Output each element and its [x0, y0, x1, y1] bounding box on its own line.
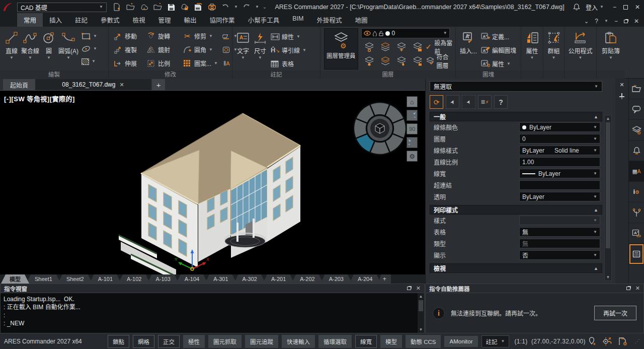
float-panel-icon[interactable]: [407, 286, 411, 291]
quick-calculator-palette-icon[interactable]: [629, 244, 644, 264]
scale-button[interactable]: 比例: [147, 57, 183, 70]
status-toggle[interactable]: 線寬: [355, 335, 377, 348]
command-scrollbar[interactable]: ▲▼: [418, 293, 424, 333]
notifications-palette-icon[interactable]: [629, 141, 644, 161]
transparency-dropdown[interactable]: ByLayer▼: [519, 192, 600, 201]
help-button[interactable]: ?: [595, 18, 598, 25]
close-panel-icon[interactable]: ✕: [635, 285, 640, 292]
mirror-button[interactable]: 鏡射: [147, 43, 183, 56]
new-document-tab-button[interactable]: +: [152, 79, 165, 90]
properties-scrollbar[interactable]: ▲ ▼: [604, 115, 612, 281]
printtable-dropdown[interactable]: 無▼: [519, 227, 600, 237]
rotate-cw-button[interactable]: [407, 137, 418, 148]
sheet-tab[interactable]: A-202: [291, 274, 323, 284]
define-block-button[interactable]: A°定義...: [481, 30, 516, 43]
layer-isolate-icon[interactable]: [364, 42, 374, 52]
notifications-bell-icon[interactable]: [573, 3, 581, 11]
layer-manager-button[interactable]: ⚙ 圖層管理員: [324, 28, 358, 69]
line-tool-button[interactable]: 直線▼: [5, 29, 18, 67]
group-button[interactable]: 群組▼: [547, 29, 560, 60]
ribbon-tab[interactable]: 插入: [43, 13, 68, 27]
panel-footer-annotate[interactable]: 註記: [232, 71, 320, 79]
wheel-settings-button[interactable]: ⚙: [407, 151, 418, 162]
sheet-tab[interactable]: A-301: [205, 274, 236, 284]
sheet-tab[interactable]: A-201: [263, 274, 294, 284]
annotation-scale-dropdown[interactable]: 註記▼: [481, 335, 510, 347]
doc-restore-button[interactable]: [624, 18, 628, 25]
layer-unisolate-icon[interactable]: [380, 42, 390, 52]
ribbon-tab[interactable]: BIM: [286, 13, 310, 27]
save-lock-button[interactable]: [180, 2, 190, 12]
status-toggle[interactable]: 模型: [380, 335, 402, 348]
help-menu-chevron-icon[interactable]: ▼: [604, 19, 608, 23]
ribbon-tab[interactable]: 註記: [68, 13, 94, 27]
section-general[interactable]: 一般▲: [430, 112, 602, 121]
doc-tab-drawing[interactable]: 08_3162_T067.dwg✕: [35, 79, 151, 90]
status-toggle[interactable]: 快速輸入: [282, 335, 315, 348]
redo-menu-chevron-icon[interactable]: ▼: [255, 5, 259, 9]
ribbon-tab[interactable]: 管理: [152, 13, 178, 27]
close-ic on[interactable]: ✕: [119, 82, 124, 88]
recommender-titlebar[interactable]: 指令自動推薦器 ✕: [425, 284, 644, 293]
status-toggle[interactable]: 圖元抓取: [208, 335, 242, 348]
drawing-settings-icon[interactable]: ⚙: [618, 337, 627, 346]
new-file-button[interactable]: [112, 2, 122, 12]
sheet-tab[interactable]: Sheet2: [58, 274, 93, 284]
sheet-tab[interactable]: A-103: [147, 274, 179, 284]
utilities-button[interactable]: 公用程式▼: [568, 29, 592, 60]
sheet-tab[interactable]: A-104: [176, 274, 208, 284]
panel-footer-modify[interactable]: 修改: [109, 71, 232, 79]
clipboard-button[interactable]: 剪貼簿▼: [602, 29, 620, 60]
collapse-ribbon-icon[interactable]: ⌄: [584, 18, 589, 25]
workspace-selector[interactable]: CAD 基礎 ▼: [17, 3, 107, 12]
layers-palette-icon[interactable]: ⚙: [629, 120, 644, 141]
linestyle-dropdown[interactable]: ByLayerSolid line▼: [519, 146, 600, 155]
match-layer-button[interactable]: 符合圖層: [426, 54, 454, 68]
panel-footer-group[interactable]: [543, 71, 564, 79]
rectangle-tool-button[interactable]: ▼: [82, 31, 97, 42]
select-region-button[interactable]: ➤: [462, 95, 475, 109]
add-sheet-button[interactable]: +: [378, 274, 391, 284]
open-folder-button[interactable]: [152, 2, 163, 12]
ribbon-tab[interactable]: 檢視: [126, 13, 152, 27]
ribbon-tab[interactable]: 協同作業: [203, 13, 242, 27]
selection-filter-dropdown[interactable]: 無選取▼: [430, 81, 602, 92]
sheet-tab[interactable]: A-302: [234, 274, 266, 284]
set-current-layer-button[interactable]: ✓設為當前: [426, 40, 454, 54]
viewport-label[interactable]: [-][SW 等角視][實際的]: [4, 94, 75, 103]
arc-tool-button[interactable]: 圓弧(A)▼: [58, 29, 78, 67]
printstyle-dropdown[interactable]: ▼: [519, 216, 600, 225]
layer-lock-tool-icon[interactable]: [413, 42, 423, 52]
resize-grip[interactable]: ⋰: [635, 338, 640, 344]
quick-select-button[interactable]: ≣⚡: [478, 95, 492, 109]
signin-button[interactable]: 登入▼: [586, 3, 604, 12]
open-drawing-palette-icon[interactable]: [629, 79, 644, 99]
hatch-tool-button[interactable]: ▼: [82, 56, 97, 67]
property-help-button[interactable]: ?: [494, 95, 508, 109]
move-button[interactable]: 移動: [114, 30, 147, 43]
status-toggle[interactable]: 正交: [158, 335, 180, 348]
layer-select-combo[interactable]: 0 ▼: [361, 28, 450, 38]
printshow-dropdown[interactable]: 否▼: [519, 250, 600, 260]
polyline-tool-button[interactable]: 聚合線▼: [21, 29, 39, 67]
panel-footer-utilities[interactable]: [565, 71, 596, 79]
linecolor-dropdown[interactable]: ByLayer▼: [519, 122, 600, 132]
status-toggle[interactable]: AMonitor: [444, 336, 477, 347]
stretch-button[interactable]: 伸展: [114, 57, 147, 70]
status-toggle[interactable]: 循環選取: [318, 335, 352, 348]
text-tool-button[interactable]: A 文字▼: [236, 29, 250, 71]
maximize-button[interactable]: [623, 5, 628, 10]
properties-rail-icon[interactable]: ▦A: [629, 161, 644, 182]
close-palette-icon[interactable]: ✕: [619, 82, 624, 88]
copy-button[interactable]: 複製: [114, 43, 147, 56]
selection-cycle-button[interactable]: ⟳: [430, 95, 443, 109]
panel-footer-properties[interactable]: [521, 71, 543, 79]
layer-off-icon[interactable]: [380, 56, 390, 66]
info-palette-icon[interactable]: i⚙: [629, 182, 644, 202]
doc-tab-start-page[interactable]: 起始頁: [3, 79, 35, 90]
pattern-button[interactable]: 圖案...▼: [183, 57, 222, 70]
status-toggle[interactable]: 鎖點: [108, 335, 129, 348]
sheet-tab[interactable]: Sheet1: [26, 274, 61, 284]
trim-button[interactable]: ✂修剪▼: [183, 30, 222, 43]
status-toggle[interactable]: 網格: [133, 335, 154, 348]
